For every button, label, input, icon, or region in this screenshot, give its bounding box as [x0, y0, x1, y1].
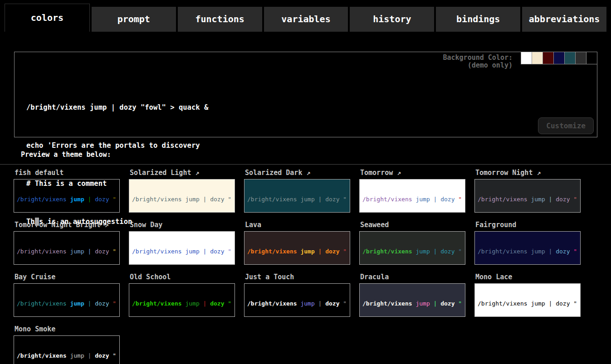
bg-swatch-1[interactable]	[532, 52, 543, 64]
theme-fairground: Fairground /bright/vixens jump | dozy " …	[474, 217, 581, 265]
theme-title: Solarized Dark ↗	[245, 169, 350, 176]
token-command2: dozy	[95, 300, 109, 307]
token-pipe: |	[318, 196, 322, 203]
token-command2: dozy	[95, 352, 109, 359]
theme-preview[interactable]: /bright/vixens jump | dozy " echo 'Error…	[14, 335, 120, 364]
token-command: jump	[415, 196, 430, 203]
terminal-line-error: echo 'Errors are the portals to discover…	[26, 139, 208, 152]
tab-functions[interactable]: functions	[178, 7, 262, 32]
token-pipe: |	[318, 300, 322, 307]
token-pipe: |	[549, 248, 552, 255]
token-pipe: |	[434, 196, 437, 203]
theme-title: Just a Touch	[245, 273, 350, 281]
theme-mono-smoke: Mono Smoke /bright/vixens jump | dozy " …	[14, 321, 120, 364]
autosuggestion-text: s is an autosuggestion	[39, 218, 132, 226]
token-pipe: |	[549, 196, 552, 203]
tab-colors[interactable]: colors	[5, 4, 90, 32]
token-command: jump	[70, 300, 84, 307]
token-quote-start: "	[573, 196, 577, 203]
background-color-label-line2: (demo only)	[468, 61, 513, 69]
tab-bindings[interactable]: bindings	[436, 7, 520, 32]
token-pipe: |	[88, 300, 92, 307]
theme-preview[interactable]: /bright/vixens jump | dozy " echo 'Error…	[244, 179, 350, 213]
token-command: jump	[415, 300, 430, 307]
token-command2: dozy	[325, 300, 339, 307]
customize-button[interactable]: Customize	[538, 117, 594, 134]
token-command2: dozy	[556, 300, 570, 307]
token-command2: dozy	[556, 248, 570, 255]
token-path: /bright/vixens	[17, 300, 67, 307]
bg-swatch-2[interactable]	[543, 52, 554, 64]
theme-title: Dracula	[360, 273, 465, 281]
theme-preview[interactable]: /bright/vixens jump | dozy " echo 'Error…	[359, 179, 465, 213]
tab-abbreviations[interactable]: abbreviations	[522, 7, 606, 32]
theme-title: Mono Smoke	[15, 325, 120, 333]
theme-just-a-touch: Just a Touch /bright/vixens jump | dozy …	[244, 269, 350, 317]
theme-preview[interactable]: /bright/vixens jump | dozy " echo 'Error…	[474, 179, 581, 213]
theme-title: Bay Cruise	[15, 273, 120, 281]
token-quote-start: "	[343, 300, 347, 307]
token-pipe: |	[434, 248, 437, 255]
theme-old-school: Old School /bright/vixens jump | dozy " …	[129, 269, 235, 317]
theme-seaweed: Seaweed /bright/vixens jump | dozy " ech…	[359, 217, 465, 265]
token-quote-start: "	[228, 248, 231, 255]
token-quote-start: "	[112, 300, 116, 307]
background-color-picker	[521, 52, 597, 64]
sample-line-command: /bright/vixens jump | dozy "	[132, 300, 235, 307]
bg-swatch-6[interactable]	[586, 52, 597, 64]
sample-line-command: /bright/vixens jump | dozy "	[478, 300, 580, 307]
token-path: /bright/vixens	[132, 300, 182, 307]
token-path: /bright/vixens	[362, 300, 412, 307]
token-command2: dozy	[556, 196, 570, 203]
token-command2: dozy	[440, 196, 455, 203]
theme-preview[interactable]: /bright/vixens jump | dozy " echo 'Error…	[359, 231, 465, 265]
theme-mono-lace: Mono Lace /bright/vixens jump | dozy " e…	[474, 269, 581, 317]
token-pipe: |	[88, 352, 92, 359]
bg-swatch-5[interactable]	[575, 52, 587, 64]
background-color-label-line1: Background Color:	[443, 53, 513, 62]
token-quote-start: "	[458, 248, 462, 255]
sample-line-command: /bright/vixens jump | dozy "	[478, 248, 580, 255]
token-path: /bright/vixens	[362, 196, 412, 203]
token-command: jump	[185, 300, 199, 307]
theme-preview[interactable]: /bright/vixens jump | dozy " echo 'Error…	[474, 283, 581, 317]
tab-history[interactable]: history	[350, 7, 434, 32]
token-path: /bright/vixens	[17, 352, 67, 359]
theme-preview[interactable]: /bright/vixens jump | dozy " echo 'Error…	[129, 283, 235, 317]
token-command: jump	[70, 352, 84, 359]
sample-line-command: /bright/vixens jump | dozy "	[247, 300, 350, 307]
token-pipe: |	[318, 248, 322, 255]
theme-preview[interactable]: /bright/vixens jump | dozy " echo 'Error…	[244, 231, 350, 265]
token-command2: dozy	[210, 248, 224, 255]
theme-preview[interactable]: /bright/vixens jump | dozy " echo 'Error…	[14, 283, 120, 317]
token-command: jump	[300, 300, 314, 307]
theme-title: Old School	[130, 273, 235, 281]
bg-swatch-0[interactable]	[521, 52, 532, 64]
theme-title: Mono Lace	[475, 273, 581, 281]
theme-preview[interactable]: /bright/vixens jump | dozy " echo 'Error…	[244, 283, 350, 317]
theme-preview[interactable]: /bright/vixens jump | dozy " echo 'Error…	[359, 283, 465, 317]
token-pipe: |	[549, 300, 552, 307]
bg-swatch-4[interactable]	[564, 52, 576, 64]
token-path: /bright/vixens	[478, 196, 528, 203]
theme-bay-cruise: Bay Cruise /bright/vixens jump | dozy " …	[14, 269, 120, 317]
token-quote-start: "	[112, 352, 116, 359]
sample-line-command: /bright/vixens jump | dozy "	[362, 248, 465, 255]
sample-line-command: /bright/vixens jump | dozy "	[247, 196, 350, 203]
tab-prompt[interactable]: prompt	[92, 7, 176, 32]
terminal-cursor: i	[35, 218, 39, 226]
terminal-sample-text: /bright/vixens jump | dozy "fowl" > quac…	[26, 76, 208, 253]
token-path: /bright/vixens	[362, 248, 412, 255]
token-path: /bright/vixens	[478, 248, 528, 255]
bg-swatch-3[interactable]	[553, 52, 565, 64]
sample-line-command: /bright/vixens jump | dozy "	[17, 300, 119, 307]
token-quote-start: "	[228, 300, 231, 307]
token-quote-start: "	[573, 248, 577, 255]
tab-variables[interactable]: variables	[264, 7, 348, 32]
theme-preview[interactable]: /bright/vixens jump | dozy " echo 'Error…	[474, 231, 581, 265]
sample-line-command: /bright/vixens jump | dozy "	[247, 248, 350, 255]
terminal-line-comment: # This is a comment	[26, 177, 208, 190]
token-command2: dozy	[440, 300, 455, 307]
token-command2: dozy	[210, 300, 224, 307]
token-command: jump	[531, 248, 545, 255]
